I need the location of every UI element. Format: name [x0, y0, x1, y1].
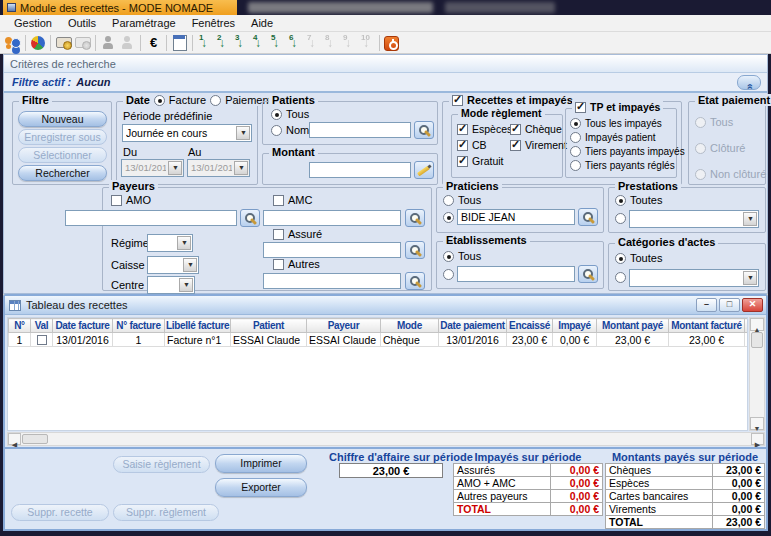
- col-val[interactable]: Val: [31, 319, 53, 333]
- radio-icon[interactable]: [570, 118, 581, 129]
- horizontal-scrollbar[interactable]: [7, 432, 765, 446]
- chevron-down-icon[interactable]: [743, 212, 757, 226]
- step-3-icon[interactable]: 3: [233, 34, 249, 51]
- checkbox-icon[interactable]: [273, 229, 284, 240]
- categories-toutes-option[interactable]: Toutes: [615, 252, 662, 264]
- scroll-up-button[interactable]: [750, 318, 764, 331]
- radio-icon[interactable]: [443, 269, 454, 280]
- search-autres-button[interactable]: [405, 272, 425, 290]
- step-2-icon[interactable]: 2: [215, 34, 231, 51]
- checkbox-icon[interactable]: [273, 195, 284, 206]
- edit-montant-button[interactable]: [414, 161, 434, 179]
- imprimer-button[interactable]: Imprimer: [215, 454, 307, 473]
- periode-select[interactable]: Journée en cours: [122, 124, 252, 142]
- tous-impayes-option[interactable]: Tous les impayés: [570, 118, 662, 129]
- col-encaisse[interactable]: Encaissé: [507, 319, 553, 333]
- assure-input[interactable]: [263, 242, 401, 258]
- impayes-patient-option[interactable]: Impayés patient: [570, 132, 656, 143]
- regime-select[interactable]: [147, 234, 193, 252]
- checkbox-icon[interactable]: [457, 156, 468, 167]
- menu-parametrage[interactable]: Paramétrage: [104, 16, 184, 30]
- amc-option[interactable]: AMC: [273, 194, 312, 206]
- cheque-option[interactable]: Chèque: [510, 123, 562, 135]
- checkbox-icon[interactable]: [273, 259, 284, 270]
- col-mode[interactable]: Mode: [381, 319, 439, 333]
- checkbox-icon[interactable]: [457, 140, 468, 151]
- euro-icon[interactable]: €: [145, 34, 162, 51]
- prestations-toutes-option[interactable]: Toutes: [615, 194, 662, 206]
- etablissement-input[interactable]: [457, 266, 575, 282]
- radio-icon[interactable]: [615, 253, 626, 264]
- praticien-input[interactable]: BIDE JEAN: [457, 209, 575, 225]
- radio-icon[interactable]: [271, 125, 282, 136]
- radio-paiement[interactable]: [210, 95, 221, 106]
- cash-register-icon[interactable]: [55, 34, 72, 51]
- nouveau-button[interactable]: Nouveau: [18, 111, 107, 127]
- radio-icon[interactable]: [615, 213, 626, 224]
- vertical-scrollbar[interactable]: [749, 317, 765, 431]
- radio-icon[interactable]: [570, 132, 581, 143]
- vertical-scroll-thumb[interactable]: [751, 332, 763, 348]
- centre-select[interactable]: [147, 276, 195, 294]
- checkbox-icon[interactable]: [510, 124, 521, 135]
- patient-name-input[interactable]: [309, 122, 411, 138]
- maximize-button[interactable]: [719, 298, 740, 312]
- gratuit-option[interactable]: Gratuit: [457, 155, 504, 167]
- tp-impayes-option[interactable]: Tiers payants impayés: [570, 146, 685, 157]
- radio-icon[interactable]: [615, 195, 626, 206]
- radio-facture[interactable]: [154, 95, 165, 106]
- col-num[interactable]: N°: [9, 319, 31, 333]
- exporter-button[interactable]: Exporter: [215, 478, 307, 497]
- checkbox-icon[interactable]: [510, 140, 521, 151]
- radio-icon[interactable]: [443, 212, 454, 223]
- assure-option[interactable]: Assuré: [273, 228, 322, 240]
- col-libelle[interactable]: Libellé facture: [165, 319, 231, 333]
- praticiens-named-option[interactable]: [443, 212, 454, 223]
- step-6-icon[interactable]: 6: [287, 34, 303, 51]
- scroll-down-button[interactable]: [750, 417, 764, 430]
- menu-fenetres[interactable]: Fenêtres: [184, 16, 243, 30]
- checkbox-icon[interactable]: [457, 124, 468, 135]
- chevron-down-icon[interactable]: [177, 236, 191, 250]
- amc-input[interactable]: [263, 210, 401, 226]
- chevron-down-icon[interactable]: [183, 258, 197, 272]
- collapse-button[interactable]: [737, 75, 761, 90]
- categorie-select[interactable]: [629, 269, 759, 287]
- caisse-select[interactable]: [147, 256, 199, 274]
- search-assure-button[interactable]: [405, 241, 425, 259]
- search-praticien-button[interactable]: [578, 208, 598, 226]
- virement-option[interactable]: Virement: [510, 139, 567, 151]
- radio-icon[interactable]: [443, 195, 454, 206]
- menu-aide[interactable]: Aide: [243, 16, 281, 30]
- col-patient[interactable]: Patient: [231, 319, 307, 333]
- col-impaye[interactable]: Impayé: [553, 319, 597, 333]
- prestation-select[interactable]: [629, 210, 759, 228]
- recettes-impayes-checkbox[interactable]: [452, 95, 463, 106]
- rechercher-button[interactable]: Rechercher: [18, 165, 107, 181]
- chevron-down-icon[interactable]: [743, 271, 757, 285]
- tp-impayes-checkbox[interactable]: [575, 102, 586, 113]
- tp-regles-option[interactable]: Tiers payants réglés: [570, 160, 675, 171]
- etablissements-tous-option[interactable]: Tous: [443, 250, 481, 262]
- users-icon[interactable]: [4, 34, 21, 51]
- patients-tous-option[interactable]: Tous: [271, 108, 309, 120]
- col-date-facture[interactable]: Date facture: [53, 319, 113, 333]
- scroll-right-button[interactable]: [751, 433, 764, 445]
- radio-icon[interactable]: [570, 160, 581, 171]
- step-5-icon[interactable]: 5: [269, 34, 285, 51]
- praticiens-tous-option[interactable]: Tous: [443, 194, 481, 206]
- amo-input[interactable]: [65, 210, 237, 226]
- cb-option[interactable]: CB: [457, 139, 487, 151]
- scroll-left-button[interactable]: [8, 433, 21, 445]
- search-amo-button[interactable]: [240, 209, 260, 227]
- table-row[interactable]: 1 13/01/2016 1 Facture n°1 ESSAI Claude …: [9, 333, 749, 347]
- checkbox-icon[interactable]: [111, 195, 122, 206]
- pie-chart-icon[interactable]: [31, 36, 45, 50]
- chevron-down-icon[interactable]: [236, 126, 250, 140]
- categories-named-option[interactable]: [615, 272, 626, 283]
- step-1-icon[interactable]: 1: [197, 34, 213, 51]
- radio-icon[interactable]: [271, 109, 282, 120]
- radio-icon[interactable]: [443, 251, 454, 262]
- minimize-button[interactable]: [696, 298, 717, 312]
- col-montant-facture[interactable]: Montant facturé: [669, 319, 745, 333]
